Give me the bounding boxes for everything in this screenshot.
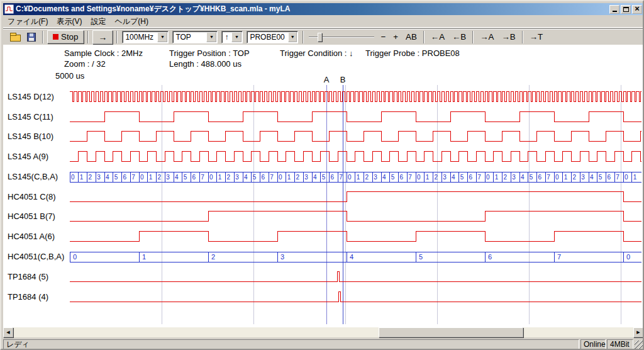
waveform-row — [70, 147, 641, 167]
toolbar-separator — [522, 31, 523, 43]
bus-value: 6 — [400, 174, 404, 181]
resize-grip[interactable] — [635, 341, 643, 349]
bus-value: 3 — [97, 174, 101, 181]
zoom-in-button[interactable]: + — [390, 30, 401, 43]
bus-value: 5 — [322, 174, 326, 181]
bus-value: 6 — [331, 174, 335, 181]
chevron-down-icon[interactable]: ▼ — [231, 32, 242, 42]
chevron-down-icon[interactable]: ▼ — [288, 32, 297, 42]
window-title: C:¥Documents and Settings¥noname¥デスクトップ¥… — [16, 4, 609, 14]
zoom-text: Zoom : / 32 — [64, 59, 106, 69]
waveform-row — [70, 227, 641, 247]
bus-value: 0 — [209, 174, 213, 181]
chevron-down-icon[interactable]: ▼ — [206, 32, 216, 42]
ab-button[interactable]: AB — [402, 30, 420, 43]
trigger-position-text: Trigger Position : TOP — [169, 48, 250, 58]
menu-view[interactable]: 表示(V) — [52, 15, 86, 28]
toolbar-separator — [87, 31, 89, 43]
trigger-condition-text: Trigger Condition : ↓ — [280, 48, 353, 58]
toolbar-separator — [303, 31, 304, 43]
chevron-down-icon[interactable]: ▼ — [157, 32, 167, 42]
app-window: C:¥Documents and Settings¥noname¥デスクトップ¥… — [0, 0, 644, 350]
open-button[interactable] — [8, 30, 23, 44]
minimize-button[interactable] — [609, 5, 619, 14]
bus-value: 4 — [350, 253, 353, 261]
waveform-row — [70, 207, 641, 227]
goto-a-right-button[interactable]: →A — [477, 30, 497, 43]
channel-label: HC4051 C(8) — [8, 191, 69, 203]
zoom-slider[interactable] — [309, 31, 374, 43]
run-arrow-icon: → — [98, 32, 107, 42]
goto-trigger-button[interactable]: →T — [526, 30, 546, 43]
channel-label: LS145 D(12) — [8, 91, 69, 103]
run-button[interactable]: → — [92, 30, 113, 44]
scroll-left-button[interactable]: ◀ — [3, 327, 13, 337]
status-ready: レディ — [3, 339, 579, 349]
waveform-panel[interactable]: Sample Clock : 2MHz Trigger Position : T… — [3, 45, 643, 327]
bus-value: 1 — [357, 174, 360, 181]
trigger-probe-text: Trigger Probe : PROBE08 — [365, 48, 460, 58]
scrollbar-thumb[interactable] — [379, 327, 523, 337]
bus-value: 1 — [633, 174, 637, 181]
bus-value: 5 — [391, 174, 395, 181]
bus-value: 2 — [296, 174, 300, 181]
bus-value: 6 — [262, 174, 265, 181]
menu-settings[interactable]: 設定 — [86, 15, 110, 28]
sample-clock-text: Sample Clock : 2MHz — [64, 48, 143, 58]
scroll-right-icon: ▶ — [636, 330, 640, 335]
waveform-row — [70, 268, 641, 288]
probe-select[interactable]: PROBE00 ▼ — [247, 31, 298, 43]
goto-b-right-button[interactable]: →B — [498, 30, 518, 43]
scroll-left-icon: ◀ — [6, 330, 9, 335]
bus-value: 1 — [287, 174, 291, 181]
trigger-position-select[interactable]: TOP ▼ — [172, 31, 218, 43]
bus-value: 4 — [521, 174, 525, 181]
channel-label: TP1684 (4) — [8, 291, 69, 303]
channel-label: HC4051 B(7) — [8, 210, 69, 223]
open-folder-icon — [10, 35, 21, 42]
bus-value: 5 — [114, 174, 118, 181]
maximize-button[interactable] — [621, 5, 631, 14]
marker-a-label: A — [323, 75, 330, 84]
status-online: Online — [580, 339, 606, 349]
menu-file[interactable]: ファイル(F) — [3, 15, 52, 28]
time-scale-label: 5000 us — [55, 71, 84, 81]
bus-value: 7 — [339, 174, 343, 181]
waveform-row — [70, 288, 641, 308]
bus-value: 3 — [235, 174, 239, 181]
channel-label: LS145 B(10) — [8, 130, 69, 143]
close-button[interactable]: × — [632, 5, 642, 14]
bus-value: 3 — [280, 253, 284, 261]
bus-value: 3 — [374, 174, 377, 181]
stop-button[interactable]: Stop — [47, 30, 84, 43]
clock-select[interactable]: 100MHz ▼ — [122, 31, 169, 43]
bus-value: 3 — [166, 174, 170, 181]
zoom-out-button[interactable]: − — [377, 30, 389, 43]
bus-value: 5 — [184, 174, 187, 181]
bus-value: 0 — [486, 174, 490, 181]
bus-value: 0 — [626, 253, 630, 261]
bus-value: 0 — [625, 174, 628, 181]
bus-value: 6 — [488, 253, 492, 261]
bus-value: 5 — [253, 174, 257, 181]
bus-value: 2 — [504, 174, 508, 181]
toolbar-separator — [42, 31, 43, 43]
trigger-edge-select[interactable]: ↑ ▼ — [221, 31, 243, 43]
bus-value: 4 — [175, 174, 179, 181]
zoom-slider-thumb[interactable] — [318, 33, 322, 42]
bus-value: 0 — [279, 174, 282, 181]
goto-a-left-button[interactable]: ←A — [428, 30, 448, 43]
scroll-right-button[interactable]: ▶ — [633, 327, 643, 337]
bus-value: 0 — [555, 174, 559, 181]
bus-value: 2 — [365, 174, 369, 181]
horizontal-scrollbar[interactable]: ◀ ▶ — [3, 327, 643, 337]
close-icon: × — [635, 4, 640, 13]
save-button[interactable] — [24, 30, 39, 44]
bus-value: 6 — [538, 174, 542, 181]
stop-icon — [53, 34, 58, 40]
goto-b-left-button[interactable]: ←B — [449, 30, 469, 43]
toolbar-separator — [472, 31, 474, 43]
app-icon — [4, 4, 14, 14]
toolbar-separator — [423, 31, 425, 43]
menu-help[interactable]: ヘルプ(H) — [110, 15, 153, 28]
